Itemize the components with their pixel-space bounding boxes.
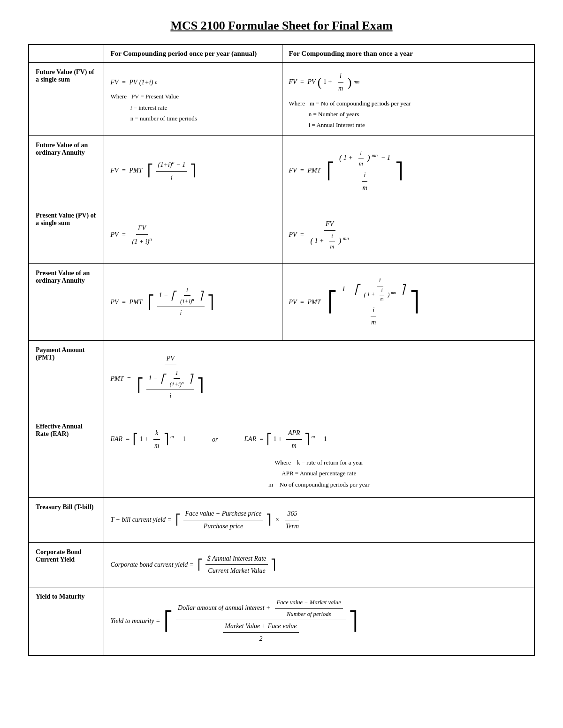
formula-corp-bond: Corporate bond current yield = ⎡ $ Annua… bbox=[104, 542, 534, 587]
formula-fv-annuity-multi: FV = PMT ⎡ ( 1 + i m ) m bbox=[282, 135, 534, 206]
col1-header: For Compounding period once per year (an… bbox=[104, 45, 282, 63]
formula-fv-annuity-annual: FV = PMT ⎡ (1+i)n − 1 i ⎤ bbox=[104, 135, 282, 206]
col2-header: For Compounding more than once a year bbox=[282, 45, 534, 63]
formula-table: For Compounding period once per year (an… bbox=[28, 44, 535, 656]
page-title: MCS 2100 Formulae Sheet for Final Exam bbox=[28, 19, 535, 33]
table-row: Future Value (FV) of a single sum FV = P… bbox=[29, 63, 534, 136]
table-row: Corporate Bond Current Yield Corporate b… bbox=[29, 542, 534, 587]
col0-header bbox=[29, 45, 104, 63]
row-label-fv-annuity: Future Value of an ordinary Annuity bbox=[29, 135, 104, 206]
row-label-corp-bond: Corporate Bond Current Yield bbox=[29, 542, 104, 587]
formula-pv-annuity-annual: PV = PMT ⎡ 1 − ⎡ 1 (1+i)n bbox=[104, 264, 282, 341]
table-row: Present Value (PV) of a single sum PV = … bbox=[29, 206, 534, 263]
row-label-pv-annuity: Present Value of an ordinary Annuity bbox=[29, 264, 104, 341]
formula-ear: EAR = ⎡ 1 + k m ⎤ m − 1 or bbox=[104, 417, 534, 498]
formula-ytm: Yield to maturity = ⎡ Dollar amount of a… bbox=[104, 587, 534, 655]
formula-fv-single-multi: FV = PV ( 1 + i m ) mn Where m = No of c… bbox=[282, 63, 534, 136]
table-row: Payment Amount (PMT) PMT = PV ⎡ 1 − bbox=[29, 341, 534, 417]
row-label-pv-single: Present Value (PV) of a single sum bbox=[29, 206, 104, 263]
formula-pv-annuity-multi: PV = PMT ⎡ 1 − ⎡ 1 ( bbox=[282, 264, 534, 341]
table-row: Treasury Bill (T-bill) T − bill current … bbox=[29, 497, 534, 542]
formula-fv-single-annual: FV = PV (1+i) n Where PV = Present Value… bbox=[104, 63, 282, 136]
table-row: Future Value of an ordinary Annuity FV =… bbox=[29, 135, 534, 206]
formula-tbill: T − bill current yield = ⎡ Face value − … bbox=[104, 497, 534, 542]
row-label-tbill: Treasury Bill (T-bill) bbox=[29, 497, 104, 542]
table-row: Yield to Maturity Yield to maturity = ⎡ … bbox=[29, 587, 534, 655]
row-label-ytm: Yield to Maturity bbox=[29, 587, 104, 655]
row-label-ear: Effective Annual Rate (EAR) bbox=[29, 417, 104, 498]
formula-pv-single-multi: PV = FV ( 1 + i m ) mn bbox=[282, 206, 534, 263]
row-label-fv-single: Future Value (FV) of a single sum bbox=[29, 63, 104, 136]
formula-pmt: PMT = PV ⎡ 1 − ⎡ bbox=[104, 341, 534, 417]
row-label-pmt: Payment Amount (PMT) bbox=[29, 341, 104, 417]
formula-pv-single-annual: PV = FV (1 + i)n bbox=[104, 206, 282, 263]
table-row: Effective Annual Rate (EAR) EAR = ⎡ 1 + … bbox=[29, 417, 534, 498]
table-row: Present Value of an ordinary Annuity PV … bbox=[29, 264, 534, 341]
